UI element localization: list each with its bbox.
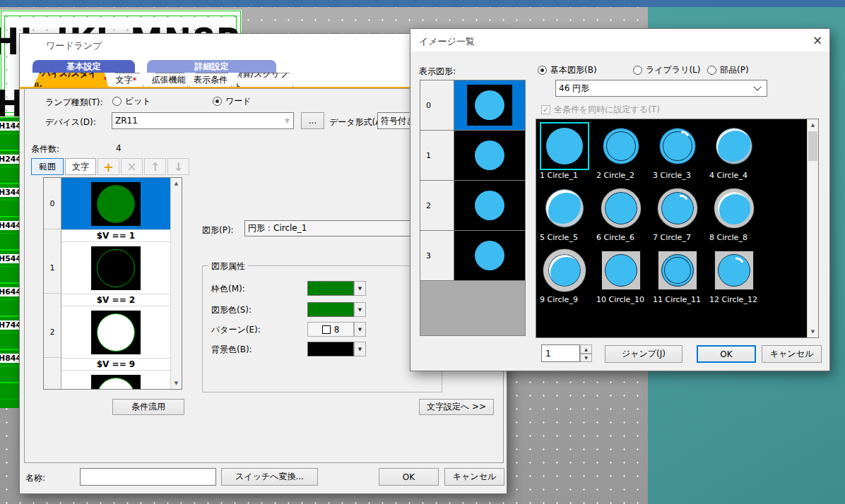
condition-caption-row: $V == 9: [44, 358, 170, 371]
image-item[interactable]: 4 Circle_4: [709, 122, 766, 184]
delete-condition-button[interactable]: ×: [121, 158, 143, 175]
image-item-label: 4 Circle_4: [709, 171, 766, 180]
shape-label: 図形(P):: [202, 224, 234, 236]
jump-number-spinner[interactable]: 1 ▲ ▼: [541, 344, 592, 362]
spin-down-icon[interactable]: ▼: [580, 354, 592, 363]
chevron-down-icon[interactable]: ▼: [285, 117, 290, 124]
radio-basic-shape[interactable]: 基本図形(B): [538, 64, 597, 76]
preview-row[interactable]: 1: [420, 131, 525, 181]
circle-shape-icon: [658, 188, 697, 228]
tab-display-condition[interactable]: 表示条件: [189, 73, 232, 87]
bg-color-swatch[interactable]: [307, 342, 354, 356]
circle-shape-icon: [546, 128, 583, 164]
image-item[interactable]: 11 Circle_11: [653, 246, 709, 308]
preview-row[interactable]: 3: [420, 231, 525, 281]
image-item[interactable]: 2 Circle_2: [596, 122, 653, 184]
condition-expression: $V == 1: [61, 229, 170, 242]
range-mode-button[interactable]: 範囲: [31, 158, 64, 175]
condition-list[interactable]: 0$V == 11$V == 22$V == 93 ▲ ▼: [43, 177, 182, 390]
ok-button[interactable]: OK: [379, 468, 439, 486]
condition-list-scrollbar[interactable]: ▲ ▼: [170, 178, 182, 389]
circle-shape-icon: [545, 189, 584, 227]
image-item[interactable]: 1 Circle_1: [540, 122, 596, 184]
cancel-button[interactable]: キャンセル: [444, 468, 504, 486]
preview-index: 2: [420, 181, 454, 230]
radio-bit[interactable]: ビット: [112, 95, 151, 107]
radio-parts[interactable]: 部品(P): [707, 64, 749, 76]
preview-image: [454, 231, 525, 280]
pattern-field[interactable]: 8: [307, 322, 354, 337]
image-item[interactable]: 3 Circle_3: [653, 122, 709, 184]
circle-shape-icon: [661, 254, 694, 287]
condition-reuse-button[interactable]: 条件流用: [112, 399, 184, 415]
button-label: スイッチへ変換...: [235, 471, 304, 483]
shape-color-dropdown[interactable]: ▼: [354, 302, 366, 317]
preview-row[interactable]: 0: [420, 80, 525, 131]
spin-up-icon[interactable]: ▲: [580, 344, 592, 354]
image-item[interactable]: 6 Circle_6: [596, 184, 653, 246]
image-icon-box: [653, 184, 702, 232]
image-item[interactable]: 8 Circle_8: [709, 184, 766, 246]
convert-to-switch-button[interactable]: スイッチへ変換...: [221, 468, 318, 486]
lamp-preview-box: [91, 246, 141, 290]
tab-label: 拡張機能: [152, 74, 186, 86]
condition-row[interactable]: 2: [44, 306, 170, 358]
radio-library[interactable]: ライブラリ(L): [633, 64, 700, 76]
name-input[interactable]: [80, 468, 216, 486]
condition-index: 2: [44, 306, 61, 358]
close-icon[interactable]: ×: [809, 32, 826, 49]
frame-color-swatch[interactable]: [307, 281, 354, 296]
to-text-settings-button[interactable]: 文字設定へ >>: [419, 399, 494, 415]
image-item[interactable]: 5 Circle_5: [540, 184, 596, 246]
move-down-button[interactable]: ↓: [167, 158, 189, 175]
add-condition-button[interactable]: +: [98, 158, 119, 175]
tab-label: 文字: [116, 74, 133, 86]
scroll-down-icon[interactable]: ▼: [171, 378, 182, 389]
button-label: キャンセル: [770, 348, 813, 360]
image-grid-scrollbar[interactable]: ▲ ▼: [807, 119, 818, 337]
radio-circle: [707, 66, 716, 75]
bg-color-dropdown[interactable]: ▼: [354, 342, 366, 356]
condition-row[interactable]: 0: [44, 178, 170, 229]
image-item[interactable]: 7 Circle_7: [653, 184, 709, 246]
condition-row[interactable]: 3: [44, 371, 170, 390]
condition-row[interactable]: 1: [44, 242, 170, 294]
category-combobox[interactable]: 46 円形: [555, 80, 767, 97]
shape-color-swatch[interactable]: [307, 302, 354, 317]
tab-script[interactable]: 演算/スクリプト: [233, 73, 293, 87]
move-up-button[interactable]: ↑: [144, 158, 166, 175]
frame-color-dropdown[interactable]: ▼: [354, 281, 366, 296]
image-icon-box: [596, 122, 646, 170]
apply-all-checkbox[interactable]: ✓ 全条件を同時に設定する(T): [541, 104, 660, 116]
scroll-down-icon[interactable]: ▼: [808, 326, 818, 337]
image-item[interactable]: 12 Circle_12: [709, 246, 766, 308]
preview-box: [475, 140, 504, 170]
image-item-label: 1 Circle_1: [540, 171, 596, 180]
image-list-title: イメージ一覧: [419, 35, 475, 48]
pattern-dropdown[interactable]: ▼: [354, 322, 366, 337]
button-label: 条件流用: [131, 401, 165, 413]
image-item-label: 10 Circle_10: [596, 295, 653, 304]
scroll-up-icon[interactable]: ▲: [808, 119, 818, 131]
tab-device-style[interactable]: デバイス/スタイル*: [33, 73, 108, 87]
shape-attribute-legend: 図形属性: [208, 260, 248, 272]
cancel-button[interactable]: キャンセル: [762, 345, 822, 363]
device-browse-button[interactable]: ...: [301, 112, 324, 129]
preview-index: 1: [420, 131, 454, 180]
tab-extended[interactable]: 拡張機能: [149, 73, 188, 87]
preview-row[interactable]: 2: [420, 181, 525, 231]
image-item[interactable]: 9 Circle_9: [540, 246, 596, 308]
scroll-up-icon[interactable]: ▲: [171, 178, 182, 189]
display-shape-label: 表示図形:: [419, 66, 456, 78]
device-combobox[interactable]: ZR11 ▼: [112, 112, 294, 129]
jump-button[interactable]: ジャンプ(J): [605, 345, 682, 363]
text-mode-button[interactable]: 文字: [65, 158, 96, 175]
image-item[interactable]: 10 Circle_10: [596, 246, 653, 308]
radio-word[interactable]: ワード: [213, 95, 252, 107]
preview-list[interactable]: 0123: [420, 80, 526, 336]
jump-number-value[interactable]: 1: [541, 344, 580, 362]
ok-button[interactable]: OK: [697, 345, 756, 363]
scrollbar-thumb[interactable]: [808, 131, 817, 161]
lamp-circle-icon: [475, 90, 504, 120]
image-icon-box: [709, 122, 759, 170]
